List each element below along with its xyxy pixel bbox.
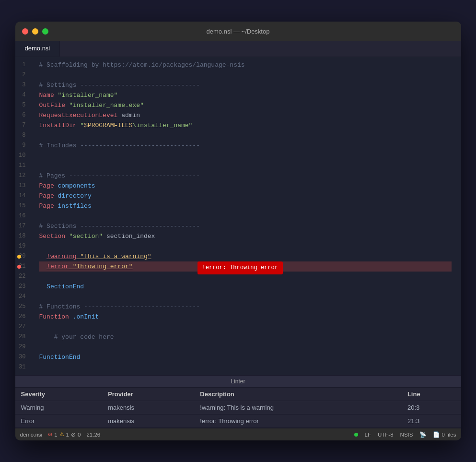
code-line-28: # your code here: [39, 332, 452, 342]
line-num-29: 29: [15, 342, 33, 352]
line-num-21: 21: [15, 261, 33, 272]
line-num-9: 9: [15, 141, 33, 151]
line-num-15: 15: [15, 201, 33, 211]
code-line-12: # Pages --------------------------------…: [39, 171, 452, 181]
code-line-7: InstallDir "$PROGRAMFILES\installer_name…: [39, 120, 452, 130]
code-line-17: # Sections -----------------------------…: [39, 221, 452, 231]
code-line-24: [39, 292, 452, 302]
linter-row-error[interactable]: Error makensis !error: Throwing error 21…: [15, 415, 461, 428]
col-line: Line: [402, 388, 461, 401]
line-num-13: 13: [15, 181, 33, 191]
line-num-10: 10: [15, 151, 33, 161]
code-container: 1 2 3 4 5 6 7 8 9 10 11 12 13 14 15 16 1…: [15, 57, 461, 375]
line-num-17: 17: [15, 221, 33, 231]
close-button[interactable]: [22, 28, 28, 35]
line-error: 21:3: [402, 415, 461, 428]
code-lines: # Scaffolding by https://atom.io/package…: [39, 60, 461, 372]
code-line-3: # Settings -----------------------------…: [39, 80, 452, 90]
code-line-21: !error "Throwing error" !error: Throwing…: [39, 261, 452, 272]
line-num-3: 3: [15, 80, 33, 90]
line-num-19: 19: [15, 241, 33, 251]
line-num-11: 11: [15, 161, 33, 171]
status-filename: demo.nsi: [20, 432, 43, 438]
error-tooltip: !error: Throwing error: [197, 261, 283, 274]
severity-warning: Warning: [15, 401, 103, 415]
status-antenna-icon: 📡: [419, 431, 426, 438]
col-provider: Provider: [102, 388, 194, 401]
code-line-9: # Includes -----------------------------…: [39, 141, 452, 151]
line-num-12: 12: [15, 171, 33, 181]
status-syntax: NSIS: [400, 432, 413, 438]
provider-warning: makensis: [102, 401, 194, 415]
code-line-31: [39, 362, 452, 372]
line-num-18: 18: [15, 231, 33, 241]
line-num-23: 23: [15, 282, 33, 292]
code-line-14: Page directory: [39, 191, 452, 201]
description-error: !error: Throwing error: [194, 415, 402, 428]
line-num-16: 16: [15, 211, 33, 221]
code-line-6: RequestExecutionLevel admin: [39, 110, 452, 120]
tab-demo-nsi[interactable]: demo.nsi: [15, 41, 60, 57]
line-num-20: 20: [15, 251, 33, 261]
file-icon: 📄: [433, 431, 440, 438]
status-errors: ⊘ 1 ⚠ 1 ⊘ 0: [48, 431, 81, 438]
line-num-31: 31: [15, 362, 33, 372]
code-line-27: [39, 322, 452, 332]
col-description: Description: [194, 388, 402, 401]
line-num-25: 25: [15, 302, 33, 312]
col-severity: Severity: [15, 388, 103, 401]
line-num-6: 6: [15, 110, 33, 120]
status-connection: [354, 433, 358, 437]
error-count: 1: [54, 432, 57, 438]
line-num-5: 5: [15, 100, 33, 110]
status-position: 21:26: [86, 432, 100, 438]
connection-dot: [354, 433, 358, 437]
linter-table: Severity Provider Description Line Warni…: [15, 388, 461, 428]
line-num-8: 8: [15, 130, 33, 141]
zero-icon: ⊘: [71, 431, 76, 438]
code-line-30: FunctionEnd: [39, 352, 452, 362]
warning-count: 1: [66, 432, 69, 438]
code-line-18: Section "section" section_index: [39, 231, 452, 241]
line-warning: 20:3: [402, 401, 461, 415]
line-num-27: 27: [15, 322, 33, 332]
line-num-28: 28: [15, 332, 33, 342]
code-line-8: [39, 130, 452, 141]
linter-header: Linter: [15, 376, 461, 388]
line-num-14: 14: [15, 191, 33, 201]
traffic-lights: [22, 28, 48, 35]
description-warning: !warning: This is a warning: [194, 401, 402, 415]
code-line-23: SectionEnd: [39, 282, 452, 292]
status-files: 📄 0 files: [433, 431, 456, 438]
status-right: LF UTF-8 NSIS 📡 📄 0 files: [354, 431, 456, 438]
line-num-2: 2: [15, 70, 33, 80]
window-title: demo.nsi — ~/Desktop: [207, 28, 270, 35]
line-num-22: 22: [15, 272, 33, 282]
status-encoding: UTF-8: [378, 432, 394, 438]
code-line-19: [39, 241, 452, 251]
severity-error: Error: [15, 415, 103, 428]
line-num-30: 30: [15, 352, 33, 362]
linter-panel: Linter Severity Provider Description Lin…: [15, 375, 461, 428]
line-num-7: 7: [15, 120, 33, 130]
titlebar: demo.nsi — ~/Desktop: [15, 22, 461, 41]
window: demo.nsi — ~/Desktop demo.nsi 1 2 3 4 5 …: [15, 22, 461, 440]
line-num-4: 4: [15, 90, 33, 100]
line-num-1: 1: [15, 60, 33, 70]
code-line-10: [39, 151, 452, 161]
tab-bar: demo.nsi: [15, 41, 461, 57]
status-lf: LF: [365, 432, 371, 438]
zero-count: 0: [78, 432, 81, 438]
code-line-5: OutFile "installer_name.exe": [39, 100, 452, 110]
maximize-button[interactable]: [42, 28, 48, 35]
minimize-button[interactable]: [32, 28, 38, 35]
line-numbers: 1 2 3 4 5 6 7 8 9 10 11 12 13 14 15 16 1…: [15, 60, 39, 372]
code-line-11: [39, 161, 452, 171]
code-line-29: [39, 342, 452, 352]
code-line-4: Name "installer_name": [39, 90, 452, 100]
code-line-26: Function .onInit: [39, 312, 452, 322]
code-line-1: # Scaffolding by https://atom.io/package…: [39, 60, 452, 70]
linter-row-warning[interactable]: Warning makensis !warning: This is a war…: [15, 401, 461, 415]
line-num-26: 26: [15, 312, 33, 322]
status-bar: demo.nsi ⊘ 1 ⚠ 1 ⊘ 0 21:26 LF UTF-8 NSIS…: [15, 428, 461, 440]
